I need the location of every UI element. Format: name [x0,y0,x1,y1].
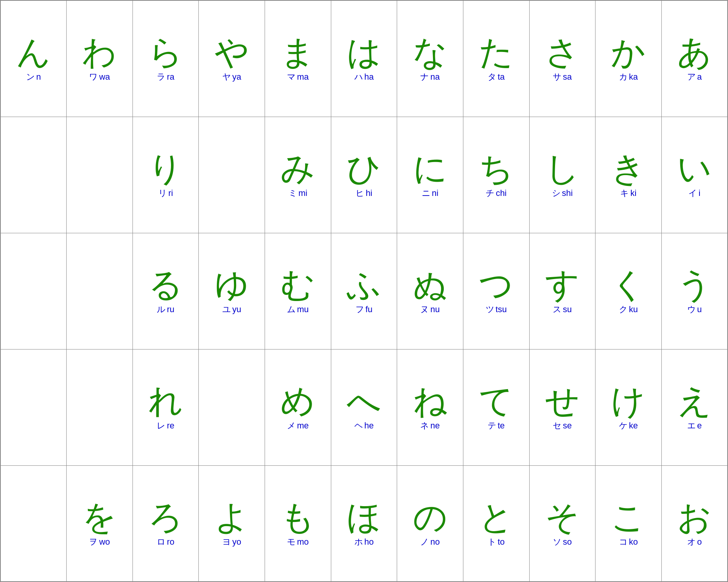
romaji-text: i [698,188,700,198]
katakana-char: リ [158,188,167,198]
cell-inner: ふフfu [333,268,396,314]
kana-cell: ちチchi [463,117,529,233]
romaji-text: ha [364,72,374,82]
romaji-line: ホho [354,537,374,547]
hiragana-char: ね [413,385,448,418]
hiragana-char: は [347,36,381,70]
katakana-char: チ [486,188,495,198]
kana-cell: とトto [463,465,529,582]
romaji-line: モmo [287,537,309,547]
katakana-char: ネ [420,421,429,431]
kana-cell: つツtsu [463,233,529,349]
hiragana-char: え [677,385,712,418]
romaji-text: ki [630,188,636,198]
cell-inner: あアa [663,36,726,82]
romaji-line: ロro [157,537,174,547]
romaji-line: チchi [486,188,507,198]
hiragana-char: ろ [148,501,183,535]
kana-cell: えエe [661,349,728,465]
katakana-char: ナ [420,72,429,82]
kana-cell [0,349,67,465]
cell-inner: せセse [531,385,594,431]
romaji-line: ヒhi [356,188,372,198]
hiragana-char: れ [148,385,183,418]
hiragana-char: な [413,36,448,70]
romaji-line: オo [687,537,702,547]
kana-cell: しシshi [529,117,595,233]
romaji-line: ミmi [289,188,307,198]
katakana-char: ノ [420,537,429,547]
hiragana-char: ん [16,36,51,70]
kana-cell: そソso [529,465,595,582]
cell-inner: へヘhe [333,385,396,431]
cell-inner: もモmo [267,501,329,547]
romaji-text: ho [364,537,374,547]
katakana-char: カ [619,72,628,82]
cell-inner: ひヒhi [333,152,396,198]
romaji-text: ne [430,421,439,431]
kana-cell: めメme [265,349,331,465]
kana-cell: けケke [595,349,662,465]
katakana-char: ヒ [356,188,364,198]
romaji-line: ラra [157,72,174,82]
romaji-line: ムmu [287,304,309,314]
hiragana-char: せ [545,385,580,418]
kana-cell: かカka [595,0,662,117]
cell-inner: みミmi [267,152,329,198]
hiragana-char: ち [479,152,513,186]
katakana-char: ム [287,304,296,314]
kana-cell: すスsu [529,233,595,349]
romaji-line: ヘhe [354,421,374,431]
cell-inner: りリri [134,152,197,198]
romaji-line: テte [488,421,505,431]
katakana-char: キ [620,188,629,198]
cell-inner: ゆユyu [200,268,263,314]
hiragana-char: お [677,501,712,535]
kana-cell [67,349,133,465]
hiragana-char: き [611,152,646,186]
kana-cell: さサsa [529,0,595,117]
romaji-line: エe [687,421,702,431]
romaji-text: ya [232,72,241,82]
romaji-text: me [297,421,309,431]
katakana-char: ヲ [89,537,98,547]
romaji-line: ハha [354,72,374,82]
romaji-line: ヌnu [420,304,439,314]
cell-inner: つツtsu [465,268,528,314]
cell-inner: いイi [663,152,726,198]
romaji-text: hi [366,188,372,198]
romaji-text: ta [498,72,505,82]
romaji-line: ヨyo [222,537,241,547]
katakana-char: サ [553,72,562,82]
cell-inner: えエe [663,385,726,431]
cell-inner: ほホho [333,501,396,547]
katakana-char: テ [488,421,497,431]
hiragana-char: し [545,152,580,186]
romaji-text: u [697,304,702,314]
katakana-char: フ [356,304,364,314]
romaji-text: ke [629,421,638,431]
romaji-text: ro [167,537,174,547]
romaji-text: su [563,304,572,314]
kana-cell: たタta [463,0,529,117]
hiragana-char: む [280,268,315,302]
hiragana-char: こ [611,501,646,535]
cell-inner: むムmu [267,268,329,314]
kana-cell [0,465,67,582]
cell-inner: るルru [134,268,197,314]
kana-cell: てテte [463,349,529,465]
romaji-text: ra [167,72,174,82]
cell-inner: けケke [597,385,660,431]
hiragana-char: を [82,501,117,535]
romaji-text: mi [299,188,307,198]
hiragana-char: に [413,152,448,186]
cell-inner: にニni [399,152,461,198]
kana-cell: らラra [133,0,199,117]
romaji-text: te [498,421,505,431]
romaji-text: re [167,421,174,431]
cell-inner: めメme [267,385,329,431]
hiragana-char: そ [545,501,580,535]
romaji-line: イi [688,188,700,198]
katakana-char: ン [26,72,35,82]
cell-inner: やヤya [200,36,263,82]
